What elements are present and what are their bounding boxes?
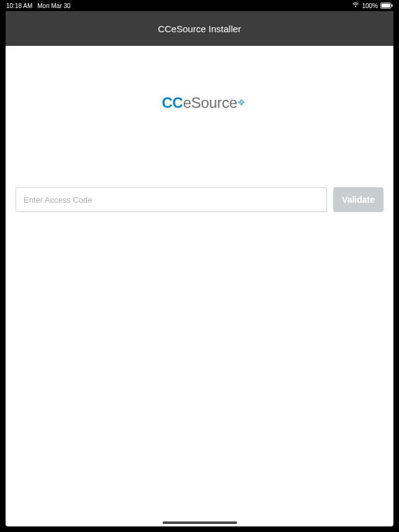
svg-point-6 xyxy=(241,104,243,105)
svg-rect-1 xyxy=(382,4,390,8)
brand-logo: CCeSource xyxy=(162,94,237,112)
battery-icon xyxy=(380,2,393,9)
logo-area: CCeSource xyxy=(16,94,383,112)
device-frame: CCeSource Installer CCeSource Validate xyxy=(6,11,393,526)
form-row: Validate xyxy=(16,187,383,212)
status-time: 10:18 AM xyxy=(6,2,32,9)
wifi-icon xyxy=(352,2,359,9)
logo-superscript-icon xyxy=(238,92,244,109)
logo-esource: eSource xyxy=(183,94,237,111)
status-right: 100% xyxy=(352,2,393,9)
status-date: Mon Mar 30 xyxy=(37,2,70,9)
app-title: CCeSource Installer xyxy=(158,24,241,34)
svg-point-4 xyxy=(239,102,241,104)
app-content: CCeSource Validate xyxy=(6,94,393,212)
status-bar: 10:18 AM Mon Mar 30 100% xyxy=(0,0,399,11)
app-header: CCeSource Installer xyxy=(6,11,393,46)
access-code-input[interactable] xyxy=(16,187,327,212)
validate-button[interactable]: Validate xyxy=(333,187,383,212)
status-left: 10:18 AM Mon Mar 30 xyxy=(6,2,71,9)
svg-rect-2 xyxy=(392,4,393,7)
svg-point-5 xyxy=(243,102,244,104)
battery-percent: 100% xyxy=(362,2,378,9)
home-indicator[interactable] xyxy=(163,521,237,524)
svg-point-3 xyxy=(241,100,243,102)
logo-cc: CC xyxy=(162,94,183,111)
